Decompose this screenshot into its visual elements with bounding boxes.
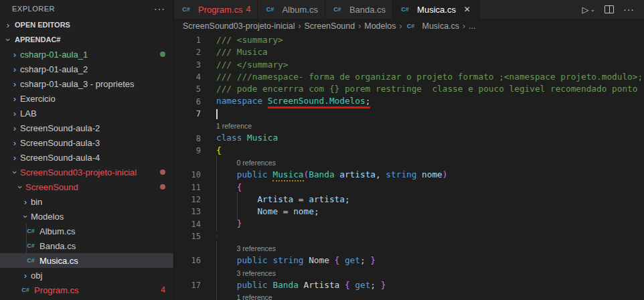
code-line-3[interactable]: 3/// </summary>	[174, 59, 644, 71]
codelens-reference[interactable]: 1 reference	[174, 120, 644, 132]
indent-guide	[216, 216, 217, 231]
more-actions-button[interactable]: ···	[623, 4, 635, 15]
split-editor-button[interactable]	[605, 5, 614, 13]
dot-red-indicator	[160, 169, 165, 175]
tree-item-label: LAB	[20, 108, 173, 119]
tab-label: Banda.cs	[349, 5, 386, 15]
tree-item-csharp-01-aula-3-proprietes[interactable]: ›csharp-01-aula_3 - proprietes	[0, 76, 173, 91]
play-icon: ▷	[582, 5, 588, 15]
explorer-more-actions-icon[interactable]: ···	[154, 3, 165, 14]
code-line-4[interactable]: 4/// ///namespace- forma de organizar o …	[174, 71, 644, 83]
tree-item-csharp-01-aula-2[interactable]: ›csharp-01-aula_2	[0, 62, 173, 76]
chevron-right-icon: ›	[9, 64, 20, 74]
line-number: 17	[174, 281, 201, 290]
codelens-reference[interactable]: 0 references	[174, 157, 644, 169]
code-line-17[interactable]: 17 public Banda Artista { get; }	[174, 279, 644, 291]
tree-item-label: csharp-01-aula_2	[20, 64, 173, 74]
code-line-14[interactable]: 14 }	[174, 218, 644, 230]
workspace-section[interactable]: › APRENDAC#	[0, 32, 173, 47]
chevron-right-icon: ›	[3, 20, 13, 30]
open-editors-section[interactable]: › OPEN EDITORS	[0, 17, 173, 32]
breadcrumb-separator: ›	[358, 21, 361, 31]
indent-guide	[26, 224, 27, 268]
split-editor-icon	[605, 5, 614, 13]
chevron-right-icon: ›	[20, 197, 31, 207]
tree-item-program-cs[interactable]: C#Program.cs4	[0, 283, 173, 297]
csharp-file-icon: C#	[20, 287, 31, 293]
code-line-5[interactable]: 5/// pode encerrra com {} porem restring…	[174, 83, 644, 95]
breadcrumb-separator: ›	[463, 21, 465, 31]
codelens-reference[interactable]: 1 reference	[174, 291, 644, 300]
chevron-right-icon: ›	[9, 50, 20, 60]
tab-musica-cs[interactable]: C#Musica.cs✕	[393, 0, 480, 19]
open-editors-label: OPEN EDITORS	[15, 21, 70, 29]
dot-green-indicator	[160, 52, 165, 57]
tree-item-screensound-aula-3[interactable]: ›ScreenSound-aula-3	[0, 135, 173, 150]
close-icon[interactable]: ✕	[462, 5, 473, 14]
breadcrumb-separator: ›	[298, 21, 301, 31]
breadcrumb-item-musica-cs[interactable]: C#Musica.cs	[405, 21, 459, 31]
tree-item-exercicio[interactable]: ›Exercicio	[0, 91, 173, 106]
breadcrumb-separator: ›	[399, 21, 402, 31]
indent-guide	[216, 235, 217, 238]
csharp-file-icon: C#	[405, 23, 416, 29]
tree-item-csharp-01-aula-1[interactable]: ›csharp-01-aula_1	[0, 47, 173, 62]
tree-item-screensound[interactable]: ›ScreenSound	[0, 179, 173, 194]
chevron-down-icon: ›	[3, 34, 13, 45]
code-line-6[interactable]: 6namespace ScreenSound.Modelos;	[174, 95, 644, 107]
code-line-9[interactable]: 9{	[174, 145, 644, 157]
code-line-10[interactable]: 10 public Musica(Banda artista, string n…	[174, 169, 644, 181]
csharp-file-icon: C#	[181, 6, 191, 13]
error-count-badge: 4	[161, 285, 165, 295]
tree-item-bin[interactable]: ›bin	[0, 194, 173, 209]
chevron-right-icon: ›	[9, 94, 20, 104]
tree-item-screensound-aula-4[interactable]: ›ScreenSound-aula-4	[0, 150, 173, 165]
csharp-file-icon: C#	[332, 6, 343, 13]
tree-item-modelos[interactable]: ›Modelos	[0, 209, 173, 224]
line-number: 8	[174, 134, 201, 143]
code-line-8[interactable]: 8class Musica	[174, 132, 644, 144]
tab-program-cs[interactable]: C#Program.cs4	[174, 0, 258, 19]
tree-item-label: ScreenSound-aula-2	[20, 123, 173, 133]
tree-item-label: Program.cs	[34, 285, 161, 295]
line-number: 4	[174, 72, 201, 82]
line-number: 15	[174, 232, 201, 241]
tree-item-lab[interactable]: ›LAB	[0, 106, 173, 121]
breadcrumb: ScreenSound03-projeto-inicial›ScreenSoun…	[174, 19, 644, 33]
explorer-header: EXPLORER ···	[0, 0, 173, 17]
tree-item-screensound-aula-2[interactable]: ›ScreenSound-aula-2	[0, 121, 173, 135]
code-area[interactable]: 1/// <summary>2/// Musica3/// </summary>…	[174, 33, 644, 300]
code-line-13[interactable]: 13 Nome = nome;	[174, 206, 644, 218]
indent-guide	[237, 204, 238, 219]
line-number: 12	[174, 195, 201, 204]
tree-item-obj[interactable]: ›obj	[0, 268, 173, 283]
line-number: 16	[174, 256, 201, 265]
breadcrumb-item-[interactable]: ...	[469, 21, 475, 31]
tab-banda-cs[interactable]: C#Banda.cs	[325, 0, 393, 19]
breadcrumb-item-modelos[interactable]: Modelos	[364, 21, 396, 31]
tree-item-label: ScreenSound-aula-3	[20, 138, 173, 148]
breadcrumb-item-screensound[interactable]: ScreenSound	[304, 21, 355, 31]
line-number: 3	[174, 60, 201, 70]
tab-label: Musica.cs	[417, 5, 456, 15]
code-line-2[interactable]: 2/// Musica	[174, 46, 644, 58]
run-or-debug-button[interactable]: ▷ ⌄	[582, 5, 595, 15]
code-line-7[interactable]: 7	[174, 108, 644, 120]
tree-item-screensound03-projeto-inicial[interactable]: ›ScreenSound03-projeto-inicial	[0, 165, 173, 179]
tab-bar: ▷ ⌄ ··· C#Program.cs4C#Album.csC#Banda.c…	[174, 0, 644, 19]
breadcrumb-item-screensound03-projeto-inicial[interactable]: ScreenSound03-projeto-inicial	[183, 21, 295, 31]
csharp-file-icon: C#	[25, 242, 36, 249]
code-line-12[interactable]: 12 Artista = artista;	[174, 194, 644, 206]
code-line-16[interactable]: 16 public string Nome { get; }	[174, 254, 644, 267]
explorer-sidebar: EXPLORER ··· › OPEN EDITORS › APRENDAC# …	[0, 0, 174, 300]
code-line-11[interactable]: 11 {	[174, 181, 644, 194]
chevron-right-icon: ›	[20, 271, 31, 281]
codelens-reference[interactable]: 3 references	[174, 242, 644, 254]
tab-strip-empty	[480, 0, 573, 19]
code-line-1[interactable]: 1/// <summary>	[174, 34, 644, 46]
tree-item-label: bin	[31, 197, 173, 207]
codelens-reference[interactable]: 3 references	[174, 267, 644, 279]
code-line-15[interactable]: 15	[174, 230, 644, 242]
tab-album-cs[interactable]: C#Album.cs	[258, 0, 325, 19]
file-tree: ›csharp-01-aula_1›csharp-01-aula_2›cshar…	[0, 47, 173, 297]
